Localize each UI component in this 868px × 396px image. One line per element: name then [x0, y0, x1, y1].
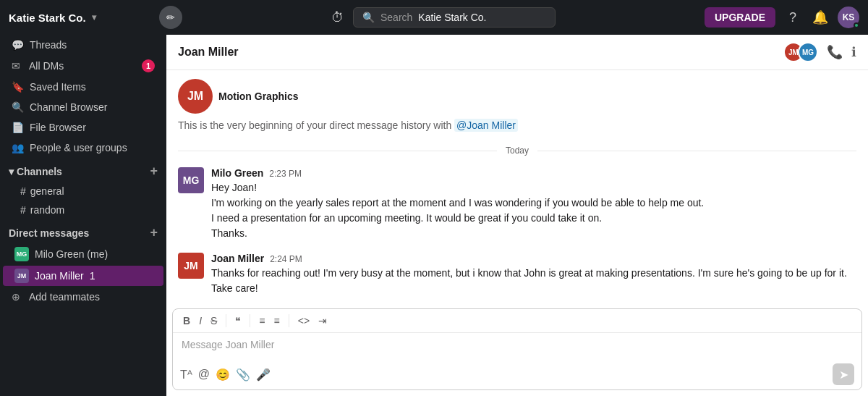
message-1-time: 2:23 PM: [269, 169, 302, 179]
channels-header-label: ▾ Channels: [9, 166, 62, 177]
file-browser-icon: 📄: [12, 122, 24, 133]
user-avatar[interactable]: KS: [838, 7, 859, 28]
history-message: This is the very beginning of your direc…: [178, 119, 856, 131]
dms-icon: ✉: [12, 60, 23, 72]
toolbar-divider-2: [250, 314, 250, 327]
attach-icon[interactable]: 📎: [236, 368, 250, 382]
bullet-list-button[interactable]: ≡: [256, 313, 268, 328]
channel-name: general: [30, 185, 64, 197]
hashtag-icon: #: [20, 185, 26, 197]
history-banner: JM Motion Graphics This is the very begi…: [166, 70, 868, 140]
topbar: Katie Stark Co. ▾ ✏ ⏱ 🔍 Search Katie Sta…: [0, 0, 868, 35]
add-teammate-icon: ⊕: [12, 291, 23, 303]
sidebar-item-label: Saved Items: [30, 81, 86, 93]
sidebar-item-file-browser[interactable]: 📄 File Browser: [3, 118, 163, 137]
message-1-header: Milo Green 2:23 PM: [211, 167, 856, 179]
joan-message-avatar: JM: [178, 253, 204, 279]
dm-name: Joan Miller: [35, 270, 84, 282]
dm-item-milo-green[interactable]: MG Milo Green (me): [3, 244, 163, 264]
history-button[interactable]: ⏱: [331, 10, 344, 25]
workspace-switcher[interactable]: Katie Stark Co. ▾: [9, 12, 153, 24]
emoji-icon[interactable]: 😊: [216, 368, 230, 382]
sidebar-item-saved-items[interactable]: 🔖 Saved Items: [3, 77, 163, 96]
milo-avatar: MG: [14, 247, 29, 261]
search-bar[interactable]: 🔍 Search Katie Stark Co.: [353, 7, 556, 28]
add-teammates-button[interactable]: ⊕ Add teammates: [3, 287, 163, 306]
indent-button[interactable]: ⇥: [315, 313, 330, 328]
participants-avatars: JM MG: [783, 42, 818, 62]
message-1-content: Milo Green 2:23 PM Hey Joan! I'm working…: [211, 167, 856, 241]
call-icon[interactable]: 📞: [827, 44, 843, 60]
people-icon: 👥: [12, 142, 24, 153]
sidebar-item-people-user-groups[interactable]: 👥 People & user groups: [3, 138, 163, 157]
topbar-right: UPGRADE ? 🔔 KS: [705, 7, 859, 28]
channel-item-random[interactable]: # random: [3, 201, 163, 219]
sidebar-item-label: People & user groups: [30, 142, 127, 153]
composer-toolbar: B I S ❝ ≡ ≡ <> ⇥: [173, 309, 861, 333]
quote-button[interactable]: ❝: [232, 313, 244, 328]
message-input[interactable]: Message Joan Miller: [173, 333, 861, 359]
saved-icon: 🔖: [12, 81, 24, 93]
date-label: Today: [497, 146, 537, 156]
toolbar-divider-1: [226, 314, 226, 327]
sidebar: 💬 Threads ✉ All DMs 1 🔖 Saved Items 🔍 Ch…: [0, 35, 166, 396]
message-1: MG Milo Green 2:23 PM Hey Joan! I'm work…: [166, 161, 868, 247]
channels-section-header[interactable]: ▾ Channels +: [0, 158, 166, 182]
joan-mention: @Joan Miller: [454, 119, 518, 132]
audio-icon[interactable]: 🎤: [256, 368, 271, 382]
sidebar-item-channel-browser[interactable]: 🔍 Channel Browser: [3, 98, 163, 117]
dm-header-label: Direct messages: [9, 227, 89, 239]
code-button[interactable]: <>: [295, 313, 312, 328]
sidebar-item-threads[interactable]: 💬 Threads: [3, 35, 163, 54]
help-icon[interactable]: ?: [783, 7, 803, 28]
notification-icon[interactable]: 🔔: [810, 7, 830, 28]
message-1-author: Milo Green: [211, 167, 263, 179]
sidebar-item-label: All DMs: [29, 60, 64, 72]
hashtag-icon: #: [20, 204, 26, 216]
milo-message-avatar: MG: [178, 167, 204, 193]
date-divider: Today: [166, 140, 868, 161]
motion-graphics-label: Motion Graphics: [218, 90, 298, 102]
italic-button[interactable]: I: [196, 313, 205, 328]
message-2-text: Thanks for reaching out! I'm very busy a…: [211, 266, 856, 296]
chat-area: Joan Miller JM MG 📞 ℹ JM Motion: [166, 35, 868, 396]
dm-section-header[interactable]: Direct messages +: [0, 219, 166, 243]
chat-title: Joan Miller: [178, 46, 239, 59]
dm-item-joan-miller[interactable]: JM Joan Miller 1: [3, 266, 163, 286]
joan-avatar: JM: [14, 269, 29, 283]
dm-name: Milo Green (me): [35, 248, 108, 260]
workspace-label: Katie Stark Co.: [9, 12, 86, 24]
chat-header-left: Joan Miller: [178, 46, 239, 59]
sidebar-item-label: Threads: [30, 39, 67, 51]
main-area: 💬 Threads ✉ All DMs 1 🔖 Saved Items 🔍 Ch…: [0, 35, 868, 396]
chat-header: Joan Miller JM MG 📞 ℹ: [166, 35, 868, 70]
info-icon[interactable]: ℹ: [851, 44, 856, 60]
add-channel-button[interactable]: +: [150, 164, 158, 179]
threads-icon: 💬: [12, 39, 24, 51]
composer-footer: Tᴬ @ 😊 📎 🎤 ➤: [173, 359, 861, 389]
search-label: Search: [380, 12, 412, 23]
chat-messages: JM Motion Graphics This is the very begi…: [166, 70, 868, 303]
status-indicator: [854, 22, 859, 28]
joan-badge: 1: [90, 270, 95, 282]
sidebar-item-label: Channel Browser: [30, 101, 107, 113]
add-dm-button[interactable]: +: [150, 225, 158, 240]
add-teammates-label: Add teammates: [29, 291, 100, 303]
channel-name: random: [30, 204, 64, 216]
sidebar-item-all-dms[interactable]: ✉ All DMs 1: [3, 56, 163, 76]
strikethrough-button[interactable]: S: [208, 313, 220, 328]
ordered-list-button[interactable]: ≡: [271, 313, 283, 328]
upgrade-button[interactable]: UPGRADE: [705, 7, 775, 28]
chat-header-right: JM MG 📞 ℹ: [783, 42, 856, 62]
compose-button[interactable]: ✏: [159, 6, 182, 29]
mention-icon[interactable]: @: [198, 368, 210, 382]
message-2-content: Joan Miller 2:24 PM Thanks for reaching …: [211, 253, 856, 296]
message-2-author: Joan Miller: [211, 253, 264, 264]
message-composer: B I S ❝ ≡ ≡ <> ⇥ Message Joan Miller Tᴬ: [172, 308, 862, 390]
text-format-icon[interactable]: Tᴬ: [180, 368, 192, 382]
bold-button[interactable]: B: [180, 313, 193, 328]
channel-item-general[interactable]: # general: [3, 182, 163, 200]
channel-browser-icon: 🔍: [12, 101, 24, 113]
send-button[interactable]: ➤: [833, 363, 854, 385]
sidebar-item-label: File Browser: [30, 122, 86, 133]
